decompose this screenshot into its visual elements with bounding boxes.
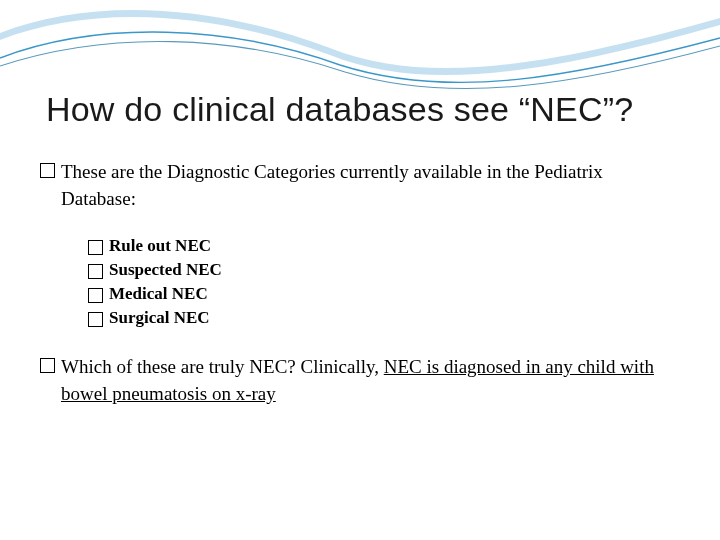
list-item: Suspected NEC [88,260,680,280]
closing-bullet: Which of these are truly NEC? Clinically… [40,354,680,407]
square-bullet-icon [40,163,55,178]
square-bullet-icon [88,288,103,303]
category-label: Rule out NEC [109,236,211,256]
category-label: Medical NEC [109,284,208,304]
closing-text: Which of these are truly NEC? Clinically… [61,354,680,407]
list-item: Surgical NEC [88,308,680,328]
category-label: Suspected NEC [109,260,222,280]
category-list: Rule out NEC Suspected NEC Medical NEC S… [40,236,680,328]
slide-title: How do clinical databases see “NEC”? [46,90,680,129]
square-bullet-icon [40,358,55,373]
square-bullet-icon [88,240,103,255]
intro-bullet: These are the Diagnostic Categories curr… [40,159,680,212]
intro-text: These are the Diagnostic Categories curr… [61,159,680,212]
slide-content: How do clinical databases see “NEC”? The… [40,90,680,407]
square-bullet-icon [88,312,103,327]
square-bullet-icon [88,264,103,279]
list-item: Medical NEC [88,284,680,304]
list-item: Rule out NEC [88,236,680,256]
closing-lead: Which of these are truly NEC? Clinically… [61,356,384,377]
category-label: Surgical NEC [109,308,210,328]
